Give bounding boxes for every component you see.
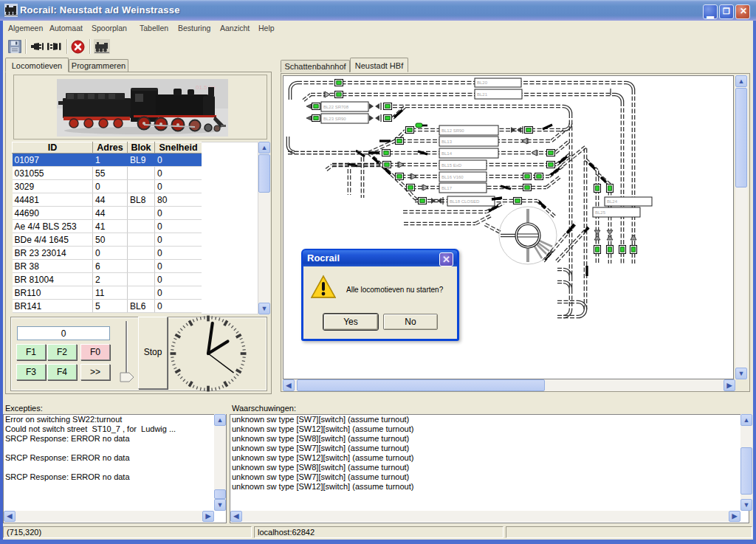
svg-text:BL14: BL14 <box>441 151 453 156</box>
svg-text:BL21: BL21 <box>477 92 488 97</box>
svg-text:BL12 SR90: BL12 SR90 <box>441 128 464 133</box>
svg-text:BL24: BL24 <box>607 199 618 204</box>
svg-text:BL22 SR708: BL22 SR708 <box>323 105 349 109</box>
svg-text:BL15 ExD: BL15 ExD <box>441 163 462 168</box>
svg-text:BL20: BL20 <box>477 80 488 85</box>
svg-text:BL17: BL17 <box>441 186 453 190</box>
svg-text:BL18 CLOSED: BL18 CLOSED <box>450 199 480 204</box>
svg-text:BL13: BL13 <box>441 140 453 144</box>
svg-text:BL16 V160: BL16 V160 <box>441 175 464 179</box>
svg-text:BL23 SR90: BL23 SR90 <box>323 117 346 121</box>
svg-text:BL25: BL25 <box>595 210 606 215</box>
